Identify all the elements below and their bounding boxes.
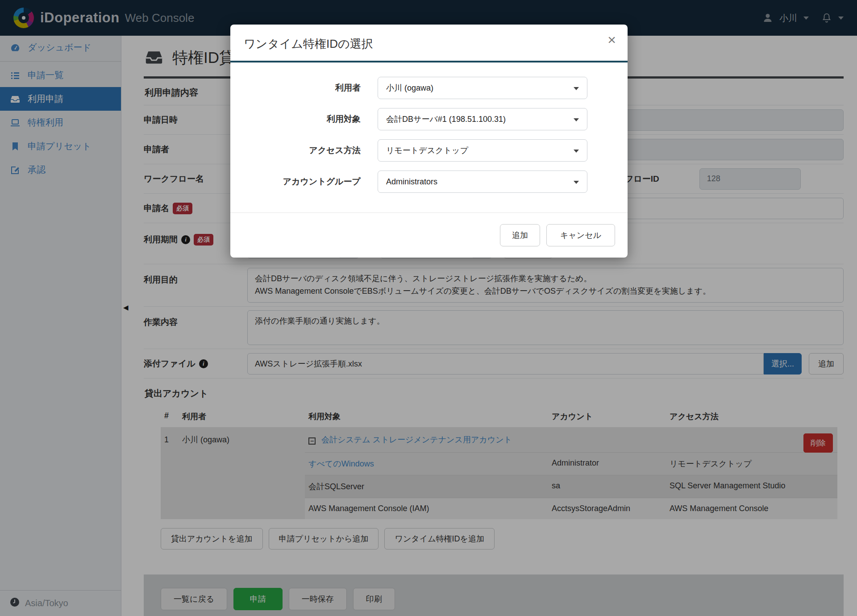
account-group-select[interactable]: Administrators	[378, 171, 587, 193]
modal-cancel-button[interactable]: キャンセル	[546, 224, 615, 246]
modal-field-row: アカウントグループ Administrators	[230, 171, 610, 193]
field-label: アクセス方法	[230, 145, 378, 156]
modal-header: ワンタイム特権IDの選択 ×	[230, 25, 628, 62]
modal-field-row: 利用者 小川 (ogawa)	[230, 77, 610, 99]
modal-field-row: 利用対象 会計DBサーバ#1 (198.51.100.31)	[230, 108, 610, 130]
target-select[interactable]: 会計DBサーバ#1 (198.51.100.31)	[378, 108, 587, 130]
field-label: 利用対象	[230, 113, 378, 125]
access-method-select[interactable]: リモートデスクトップ	[378, 139, 587, 162]
account-group-select-value: Administrators	[386, 177, 437, 187]
access-method-select-value: リモートデスクトップ	[386, 145, 468, 156]
onetime-privileged-id-modal: ワンタイム特権IDの選択 × 利用者 小川 (ogawa) 利用対象 会計DBサ…	[230, 25, 628, 258]
chevron-down-icon	[574, 150, 579, 153]
modal-footer: 追加 キャンセル	[230, 212, 628, 258]
chevron-down-icon	[574, 87, 579, 90]
user-select-value: 小川 (ogawa)	[386, 83, 433, 93]
chevron-down-icon	[574, 118, 579, 121]
close-icon[interactable]: ×	[607, 33, 616, 47]
chevron-down-icon	[574, 181, 579, 184]
modal-add-button[interactable]: 追加	[500, 224, 540, 246]
target-select-value: 会計DBサーバ#1 (198.51.100.31)	[386, 114, 506, 125]
field-label: アカウントグループ	[230, 176, 378, 187]
modal-body: 利用者 小川 (ogawa) 利用対象 会計DBサーバ#1 (198.51.10…	[230, 62, 628, 205]
field-label: 利用者	[230, 82, 378, 94]
modal-field-row: アクセス方法 リモートデスクトップ	[230, 139, 610, 162]
modal-title: ワンタイム特権IDの選択	[244, 36, 614, 52]
user-select[interactable]: 小川 (ogawa)	[378, 77, 587, 99]
